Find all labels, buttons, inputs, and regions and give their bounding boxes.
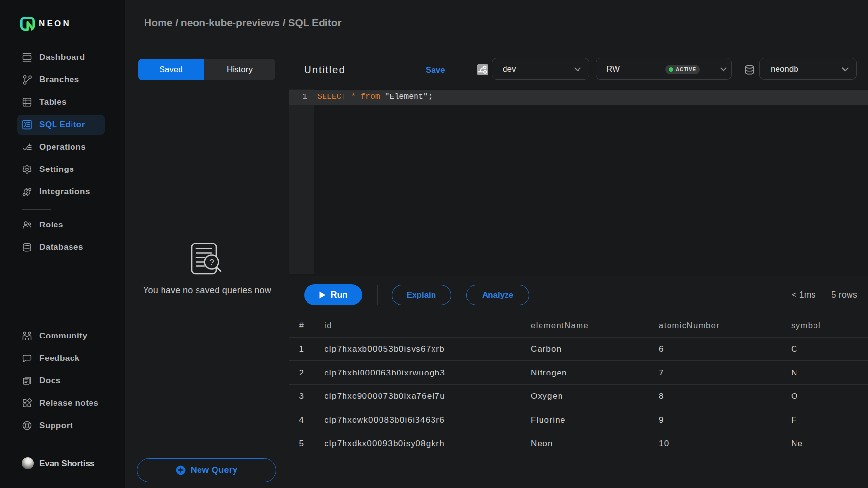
svg-text:?: ? — [209, 258, 214, 267]
